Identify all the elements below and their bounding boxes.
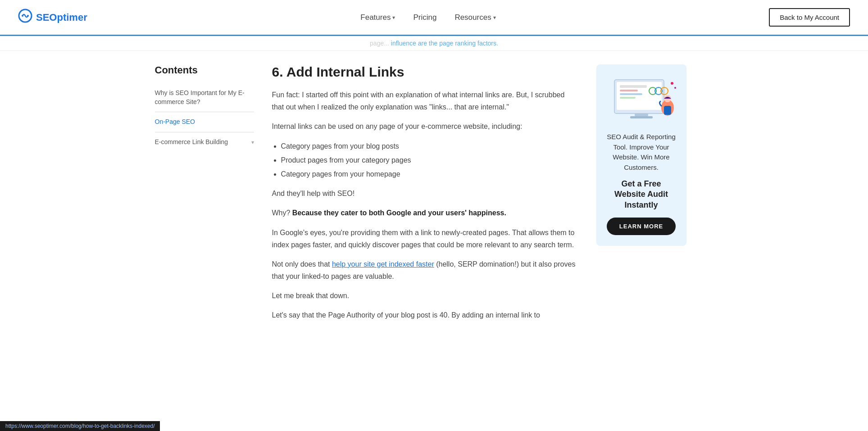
page-layout: Contents Why is SEO Important for My E-c… (141, 51, 727, 356)
article-para-7: Let me break that down. (272, 290, 578, 302)
faded-link[interactable]: influence are the page ranking factors. (391, 40, 498, 47)
indexed-link[interactable]: help your site get indexed faster (332, 260, 434, 268)
toc-title: Contents (155, 64, 254, 76)
article-section-heading: 6. Add Internal Links (272, 64, 578, 80)
list-item: Category pages from your homepage (281, 168, 578, 180)
widget-description: SEO Audit & Reporting Tool. Improve Your… (605, 132, 677, 172)
svg-rect-13 (630, 116, 653, 118)
article-content: 6. Add Internal Links Fun fact: I starte… (272, 64, 578, 329)
faded-text: page... influence are the page ranking f… (370, 40, 498, 47)
logo-suffix: ptimer (57, 12, 87, 23)
svg-point-17 (674, 87, 676, 89)
main-nav: Features ▾ Pricing Resources ▾ (360, 13, 495, 22)
logo-prefix: SEO (36, 12, 57, 23)
bold-text: Because they cater to both Google and yo… (292, 209, 506, 217)
toc-item-link-building[interactable]: E-commerce Link Building ▾ (155, 134, 254, 150)
toc-arrow-icon: ▾ (251, 138, 254, 146)
widget-card: SEO Audit & Reporting Tool. Improve Your… (596, 64, 686, 246)
article-para-4: Why? Because they cater to both Google a… (272, 207, 578, 219)
faded-breadcrumb-bar: page... influence are the page ranking f… (0, 36, 868, 51)
section-number: 6. (272, 64, 283, 79)
article-list: Category pages from your blog posts Prod… (281, 140, 578, 181)
svg-point-1 (22, 15, 23, 17)
toc-item-why-seo[interactable]: Why is SEO Important for My E-commerce S… (155, 85, 254, 110)
widget-learn-more-button[interactable]: LEARN MORE (607, 218, 676, 235)
svg-rect-8 (620, 97, 636, 99)
svg-rect-6 (620, 90, 638, 91)
svg-rect-7 (620, 93, 642, 95)
nav-features[interactable]: Features ▾ (360, 13, 395, 22)
article-para-2: Internal links can be used on any page o… (272, 120, 578, 132)
article-para-3: And they'll help with SEO! (272, 187, 578, 200)
section-title: Add Internal Links (286, 64, 404, 79)
svg-rect-12 (635, 113, 648, 116)
svg-point-2 (27, 15, 29, 17)
table-of-contents: Contents Why is SEO Important for My E-c… (155, 64, 254, 329)
resources-chevron-icon: ▾ (493, 14, 496, 21)
widget-illustration (605, 75, 677, 125)
widget-panel: SEO Audit & Reporting Tool. Improve Your… (596, 64, 686, 329)
svg-rect-18 (664, 106, 671, 115)
widget-cta-title: Get a Free Website Audit Instantly (605, 179, 677, 210)
header: SEOptimer Features ▾ Pricing Resources ▾… (0, 0, 868, 36)
features-chevron-icon: ▾ (392, 14, 395, 21)
back-to-account-button[interactable]: Back to My Account (769, 8, 850, 27)
toc-divider-2 (155, 132, 254, 132)
article-para-1: Fun fact: I started off this point with … (272, 89, 578, 113)
logo-icon (18, 9, 32, 26)
article-para-5: In Google's eyes, you're providing them … (272, 227, 578, 251)
svg-point-16 (671, 82, 673, 85)
toc-item-on-page-seo[interactable]: On-Page SEO (155, 114, 254, 130)
toc-divider-1 (155, 112, 254, 112)
article-para-6: Not only does that help your site get in… (272, 258, 578, 282)
nav-resources[interactable]: Resources ▾ (454, 13, 495, 22)
article-para-8: Let's say that the Page Authority of you… (272, 309, 578, 321)
nav-pricing[interactable]: Pricing (413, 13, 436, 22)
list-item: Category pages from your blog posts (281, 140, 578, 152)
logo[interactable]: SEOptimer (18, 9, 87, 26)
logo-text: SEOptimer (36, 12, 87, 23)
svg-rect-5 (620, 85, 647, 88)
list-item: Product pages from your category pages (281, 154, 578, 166)
